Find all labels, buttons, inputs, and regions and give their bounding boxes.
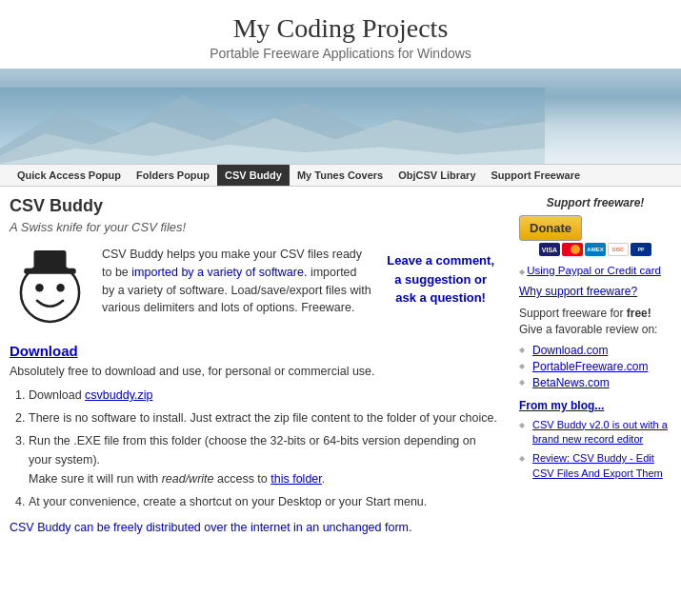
leave-comment-box[interactable]: Leave a comment, a suggestion or ask a q…	[381, 246, 500, 317]
step-2: There is no software to install. Just ex…	[29, 408, 500, 427]
blog-post-1-link[interactable]: CSV Buddy v2.0 is out with a brand new r…	[532, 419, 668, 445]
footer-note: CSV Buddy can be freely distributed over…	[10, 521, 500, 534]
nav-support[interactable]: Support Freeware	[484, 165, 589, 186]
blog-post-2: Review: CSV Buddy - Edit CSV Files And E…	[519, 451, 671, 481]
betanews-link[interactable]: BetaNews.com	[532, 376, 610, 389]
svg-point-8	[56, 284, 65, 292]
comment-line3: ask a question!	[387, 288, 494, 308]
card-icons: VISA AMEX DISC PP	[519, 243, 671, 256]
why-support-link[interactable]: Why support freeware?	[519, 285, 671, 298]
bullet-paypal: ◆	[519, 268, 527, 276]
blog-posts-list: CSV Buddy v2.0 is out with a brand new r…	[519, 418, 671, 482]
download-link[interactable]: Download	[10, 343, 78, 359]
step-3: Run the .EXE file from this folder (choo…	[29, 431, 500, 488]
paypal-link[interactable]: Using Paypal or Credit card	[527, 265, 661, 276]
support-freeware-title: Support freeware!	[519, 196, 671, 209]
app-link[interactable]: imported by a variety of software.	[131, 266, 307, 279]
download-desc: Absolutely free to download and use, for…	[10, 365, 500, 378]
paypal-card-icon: PP	[631, 243, 651, 256]
desc-inner: CSV Buddy helps you make your CSV files …	[102, 246, 500, 317]
blog-post-1: CSV Buddy v2.0 is out with a brand new r…	[519, 418, 671, 447]
app-text: CSV Buddy helps you make your CSV files …	[102, 246, 371, 317]
nav-objcsv[interactable]: ObjCSV Library	[391, 165, 483, 186]
svg-point-7	[35, 284, 44, 292]
sidebar: Support freeware! Donate VISA AMEX DISC …	[519, 196, 671, 534]
mountain-svg	[0, 88, 545, 164]
review-download: Download.com	[519, 344, 671, 357]
nav-quick-access[interactable]: Quick Access Popup	[10, 165, 129, 186]
review-portable: PortableFreeware.com	[519, 360, 671, 373]
blog-title-link[interactable]: From my blog...	[519, 399, 671, 412]
main-content: CSV Buddy A Swiss knife for your CSV fil…	[10, 196, 519, 534]
svg-rect-6	[34, 250, 67, 269]
download-com-link[interactable]: Download.com	[532, 344, 608, 357]
step-4: At your convenience, create a shortcut o…	[29, 492, 500, 511]
site-header: My Coding Projects Portable Freeware App…	[0, 0, 681, 69]
visa-icon: VISA	[539, 243, 560, 256]
csvbuddy-zip-link[interactable]: csvbuddy.zip	[85, 388, 152, 402]
step-1: Download csvbuddy.zip	[29, 386, 500, 405]
app-description-area: CSV Buddy helps you make your CSV files …	[10, 246, 500, 329]
blog-post-2-link[interactable]: Review: CSV Buddy - Edit CSV Files And E…	[532, 452, 663, 478]
smiley-icon	[10, 246, 90, 327]
support-text: Support freeware for free! Give a favora…	[519, 306, 671, 338]
folder-link[interactable]: this folder	[270, 472, 322, 486]
site-title: My Coding Projects	[0, 13, 681, 44]
nav-my-tunes[interactable]: My Tunes Covers	[290, 165, 391, 186]
paypal-section: ◆ Using Paypal or Credit card	[519, 264, 671, 277]
nav-folders-popup[interactable]: Folders Popup	[129, 165, 217, 186]
discover-icon: DISC	[608, 243, 629, 256]
donate-button[interactable]: Donate	[519, 215, 582, 241]
tagline: A Swiss knife for your CSV files!	[10, 220, 500, 234]
distribute-link[interactable]: CSV Buddy can be freely distributed over…	[10, 521, 411, 534]
amex-icon: AMEX	[585, 243, 606, 256]
comment-line2: a suggestion or	[387, 270, 494, 289]
app-text-area: CSV Buddy helps you make your CSV files …	[102, 246, 500, 329]
review-sites-list: Download.com PortableFreeware.com BetaNe…	[519, 344, 671, 389]
portable-freeware-link[interactable]: PortableFreeware.com	[532, 360, 648, 373]
review-betanews: BetaNews.com	[519, 376, 671, 389]
site-subtitle: Portable Freeware Applications for Windo…	[0, 46, 681, 61]
nav-bar: Quick Access Popup Folders Popup CSV Bud…	[0, 164, 681, 187]
app-icon-container	[10, 246, 90, 329]
install-steps: Download csvbuddy.zip There is no softwa…	[10, 386, 500, 511]
nav-csv-buddy[interactable]: CSV Buddy	[217, 165, 290, 186]
banner-image	[0, 69, 681, 164]
content-wrapper: CSV Buddy A Swiss knife for your CSV fil…	[0, 187, 681, 544]
page-title: CSV Buddy	[10, 196, 500, 216]
comment-line1: Leave a comment,	[387, 251, 494, 270]
mc-icon	[562, 243, 583, 256]
